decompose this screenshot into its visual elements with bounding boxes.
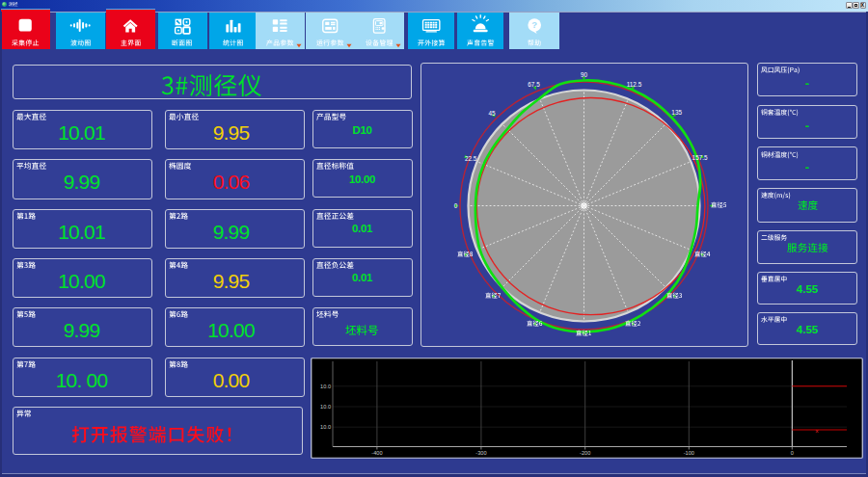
svg-text:0: 0 xyxy=(454,201,458,208)
svg-text:45: 45 xyxy=(488,110,496,117)
svg-text:-300: -300 xyxy=(475,450,486,456)
svg-text:90: 90 xyxy=(581,70,588,77)
svg-text:-400: -400 xyxy=(371,450,382,456)
svg-text:67.5: 67.5 xyxy=(528,80,540,87)
svg-text:10.0: 10.0 xyxy=(320,383,331,388)
svg-text:135: 135 xyxy=(671,109,682,116)
svg-text:22.5: 22.5 xyxy=(465,154,477,161)
svg-text:-200: -200 xyxy=(580,450,590,456)
svg-text:?: ? xyxy=(531,19,537,30)
svg-text:157.5: 157.5 xyxy=(692,153,708,160)
svg-text:-100: -100 xyxy=(684,450,694,456)
svg-text:10.0: 10.0 xyxy=(320,424,331,430)
svg-text:x: x xyxy=(816,427,819,433)
svg-text:112.5: 112.5 xyxy=(627,80,642,87)
svg-text:0: 0 xyxy=(791,450,794,456)
svg-text:10.0: 10.0 xyxy=(320,404,331,410)
